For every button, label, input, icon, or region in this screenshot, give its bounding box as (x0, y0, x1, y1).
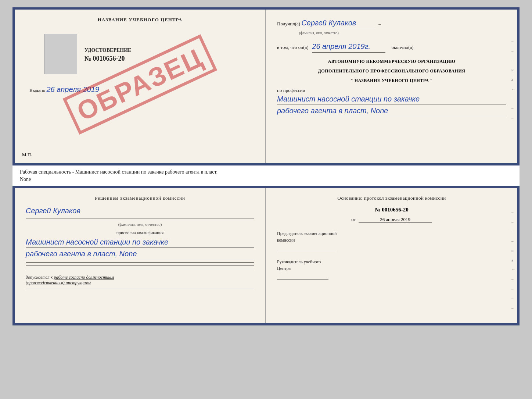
from-date: от 26 апреля 2019 (277, 217, 506, 223)
bottom-document: Решением экзаменационной комиссии Сергей… (12, 186, 520, 325)
org-line2: ДОПОЛНИТЕЛЬНОГО ПРОФЕССИОНАЛЬНОГО ОБРАЗО… (277, 68, 506, 74)
photo-placeholder (44, 34, 77, 74)
poluchil-line: Получил(а) Сергей Кулаков – (фамилия, им… (277, 17, 506, 37)
org-name: " НАЗВАНИЕ УЧЕБНОГО ЦЕНТРА " (277, 77, 506, 84)
top-doc-left: НАЗВАНИЕ УЧЕБНОГО ЦЕНТРА УДОСТОВЕРЕНИЕ №… (15, 10, 266, 163)
prof-line1: Машинист насосной станции по закачке (277, 95, 506, 104)
bottom-doc-right: Основание: протокол экзаменационной коми… (266, 188, 517, 323)
udost-info: УДОСТОВЕРЕНИЕ № 0010656-20 (85, 46, 131, 63)
udost-label: УДОСТОВЕРЕНИЕ (85, 46, 131, 55)
vydano-line: Выдано 26 апреля 2019 (29, 85, 258, 94)
right-side-markers-top: – – – и а ← – – – (511, 39, 515, 120)
predsedatel-block: Председатель экзаменационной комиссии (277, 230, 506, 251)
name-underline (26, 218, 254, 218)
dopusk-text: допускается к работе согласно должностны… (26, 275, 254, 286)
vtom-label: в том, что он(а) (277, 44, 309, 50)
ot-date: 26 апреля 2019 (359, 217, 432, 223)
vtom-date: 26 апреля 2019г. (312, 40, 385, 53)
rukov-line1: Руководитель учебного (277, 259, 506, 265)
ot-label: от (351, 217, 356, 222)
specialty-line1: Рабочая специальность - Машинист насосно… (20, 168, 512, 176)
top-document: НАЗВАНИЕ УЧЕБНОГО ЦЕНТРА УДОСТОВЕРЕНИЕ №… (12, 7, 520, 165)
bottom-name: Сергей Кулаков (26, 207, 80, 215)
prisvoena-label: присвоена квалификация (26, 230, 254, 236)
udost-number: № 0010656-20 (85, 55, 131, 63)
org-line1: АВТОНОМНУЮ НЕКОММЕРЧЕСКУЮ ОРГАНИЗАЦИЮ (277, 58, 506, 65)
dopusk-work: работе согласно должностным (54, 275, 114, 280)
vydano-label: Выдано (29, 88, 45, 93)
rukov-line2: Центра (277, 265, 506, 272)
okonchil-label: окончил(а) (392, 44, 414, 50)
poluchil-label: Получил(а) (277, 21, 300, 26)
commission-title: Решением экзаменационной комиссии (26, 195, 254, 201)
bottom-doc-left: Решением экзаменационной комиссии Сергей… (15, 188, 266, 323)
rukov-block: Руководитель учебного Центра (277, 259, 506, 279)
vydano-date: 26 апреля 2019 (47, 85, 99, 93)
osnov-title: Основание: протокол экзаменационной коми… (277, 195, 506, 201)
mp-label: М.П. (22, 152, 32, 158)
top-left-title: НАЗВАНИЕ УЧЕБНОГО ЦЕНТРА (22, 17, 258, 23)
top-doc-right: Получил(а) Сергей Кулаков – (фамилия, им… (266, 10, 517, 163)
specialty-label: Рабочая специальность - Машинист насосно… (12, 165, 520, 186)
predsedatel-line2: комиссии (277, 237, 506, 243)
vtom-line: в том, что он(а) 26 апреля 2019г. окончи… (277, 40, 506, 53)
bottom-name-hint: (фамилия, имя, отчество) (26, 222, 254, 227)
qual-line1: Машинист насосной станции по закачке (26, 238, 254, 247)
proto-number: № 0010656-20 (277, 207, 506, 213)
dopusk-instruk: (производственным) инструкциям (26, 280, 91, 285)
udostoverenie-block: УДОСТОВЕРЕНИЕ № 0010656-20 (44, 34, 258, 74)
po-professii: по профессии (277, 88, 506, 93)
dopusk-prefix: допускается к (26, 275, 54, 280)
right-side-markers-bottom: – – – – и а ← – – – – (511, 210, 515, 310)
dash: – (378, 21, 381, 26)
specialty-line2: None (20, 176, 512, 183)
poluchil-name: Сергей Кулаков (301, 17, 375, 29)
predsedatel-line1: Председатель экзаменационной (277, 230, 506, 237)
prof-line2: рабочего агента в пласт, None (277, 107, 506, 116)
name-hint: (фамилия, имя, отчество) (299, 31, 339, 35)
name-handwritten-bottom: Сергей Кулаков (26, 207, 254, 215)
qual-line2: рабочего агента в пласт, None (26, 250, 254, 259)
